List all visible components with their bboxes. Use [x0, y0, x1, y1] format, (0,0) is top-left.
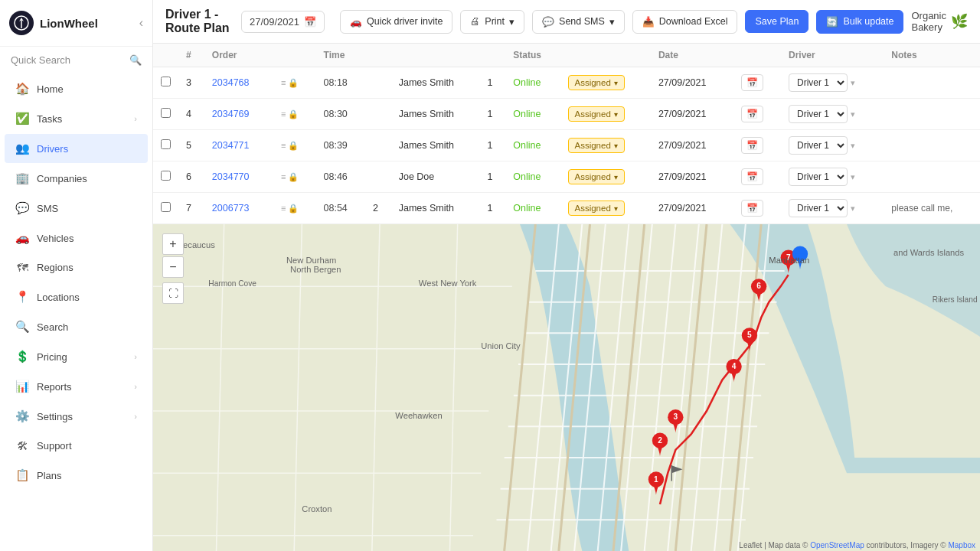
- date-picker-button[interactable]: 27/09/2021 📅: [241, 11, 325, 33]
- svg-text:2: 2: [658, 436, 662, 445]
- regions-nav-label: Regions: [37, 262, 137, 273]
- search-nav-icon: 🔍: [15, 320, 29, 334]
- row-customer: James Smith: [391, 193, 480, 224]
- osm-link[interactable]: OpenStreetMap: [810, 541, 864, 549]
- col-date-icon: [730, 44, 782, 67]
- print-button[interactable]: 🖨 Print ▾: [460, 10, 524, 34]
- save-plan-button[interactable]: Save Plan: [745, 10, 808, 33]
- row-checkbox-cell: [153, 67, 178, 99]
- sidebar-item-support[interactable]: 🛠 Support: [5, 432, 148, 460]
- order-link[interactable]: 2034770: [212, 171, 250, 182]
- assigned-badge[interactable]: Assigned ▾: [568, 138, 625, 153]
- svg-text:3: 3: [674, 412, 678, 421]
- row-checkbox[interactable]: [161, 108, 171, 118]
- sidebar-item-regions[interactable]: 🗺 Regions: [5, 253, 148, 282]
- support-nav-icon: 🛠: [15, 439, 29, 452]
- pricing-nav-icon: 💲: [15, 350, 29, 364]
- row-status: Online: [505, 67, 560, 99]
- sidebar-item-pricing[interactable]: 💲 Pricing ›: [5, 342, 148, 371]
- driver-icon: 🚗: [350, 16, 362, 28]
- svg-text:Manhattan: Manhattan: [769, 256, 809, 265]
- row-customer: James Smith: [391, 130, 480, 161]
- save-plan-label: Save Plan: [755, 16, 799, 27]
- attribution-text: Leaflet | Map data © OpenStreetMap contr…: [739, 541, 975, 549]
- assigned-badge[interactable]: Assigned ▾: [568, 106, 625, 122]
- zoom-out-button[interactable]: −: [162, 256, 184, 278]
- sidebar-item-reports[interactable]: 📊 Reports ›: [5, 372, 148, 401]
- date-icon-button[interactable]: 📅: [741, 168, 763, 185]
- assigned-badge[interactable]: Assigned ▾: [568, 75, 625, 90]
- sidebar-item-companies[interactable]: 🏢 Companies: [5, 164, 148, 193]
- sidebar-item-locations[interactable]: 📍 Locations: [5, 282, 148, 311]
- assigned-badge[interactable]: Assigned ▾: [568, 169, 625, 184]
- col-date: Date: [651, 44, 730, 67]
- download-excel-label: Download Excel: [659, 16, 728, 27]
- date-icon-button[interactable]: 📅: [741, 200, 763, 217]
- row-checkbox[interactable]: [161, 171, 171, 181]
- driver-select[interactable]: Driver 1 Driver 2 Driver 3: [789, 136, 848, 155]
- content-area: # Order Time Status Date Driver Notes: [153, 44, 980, 551]
- zoom-in-button[interactable]: +: [162, 233, 184, 255]
- badge-chevron-icon: ▾: [614, 204, 618, 213]
- date-icon-button[interactable]: 📅: [741, 137, 763, 154]
- col-customer: [391, 44, 480, 67]
- sidebar-item-tasks[interactable]: ✅ Tasks ›: [5, 104, 148, 133]
- driver-select[interactable]: Driver 1 Driver 2 Driver 3: [789, 168, 848, 186]
- sms-chevron-icon: ▾: [609, 16, 615, 28]
- order-link[interactable]: 2034769: [212, 109, 250, 119]
- date-icon-button[interactable]: 📅: [741, 106, 763, 122]
- download-excel-button[interactable]: 📥 Download Excel: [632, 10, 738, 34]
- driver-select[interactable]: Driver 1 Driver 2 Driver 3: [789, 199, 848, 217]
- col-checkbox: [153, 44, 178, 67]
- row-checkbox[interactable]: [161, 77, 171, 86]
- order-list-icon: ≡: [281, 78, 286, 87]
- driver-select[interactable]: Driver 1 Driver 2 Driver 3: [789, 105, 848, 123]
- row-customer-packages: 1: [480, 99, 506, 130]
- row-date-icon-cell: 📅: [730, 161, 782, 193]
- app-name: LionWheel: [40, 17, 98, 30]
- sidebar-item-vehicles[interactable]: 🚗 Vehicles: [5, 223, 148, 253]
- row-checkbox[interactable]: [161, 202, 171, 212]
- sidebar-item-search[interactable]: 🔍 Search: [5, 312, 148, 341]
- svg-text:Croxton: Croxton: [302, 504, 332, 514]
- order-link[interactable]: 2034768: [212, 77, 250, 88]
- row-packages: 2: [365, 193, 391, 224]
- row-order-icons: ≡ 🔒: [270, 130, 316, 161]
- row-checkbox-cell: [153, 193, 178, 224]
- driver-select[interactable]: Driver 1 Driver 2 Driver 3: [789, 73, 848, 92]
- send-sms-label: Send SMS: [559, 16, 605, 27]
- print-label: Print: [485, 16, 505, 27]
- sidebar-item-sms[interactable]: 💬 SMS: [5, 194, 148, 223]
- bulk-update-button[interactable]: 🔄 Bulk update: [816, 10, 903, 34]
- mapbox-link[interactable]: Mapbox: [948, 541, 975, 549]
- locations-nav-label: Locations: [37, 292, 137, 303]
- pricing-nav-label: Pricing: [37, 351, 126, 363]
- sidebar-item-plans[interactable]: 📋 Plans: [5, 461, 148, 490]
- row-note: [884, 161, 980, 193]
- plans-nav-icon: 📋: [15, 468, 29, 482]
- order-link[interactable]: 2034771: [212, 140, 250, 151]
- row-checkbox[interactable]: [161, 139, 171, 149]
- expand-map-button[interactable]: ⛶: [162, 282, 184, 304]
- row-checkbox-cell: [153, 130, 178, 161]
- order-link[interactable]: 2006773: [212, 203, 250, 214]
- send-sms-button[interactable]: 💬 Send SMS ▾: [532, 10, 625, 34]
- col-packages: [365, 44, 391, 67]
- sidebar-item-drivers[interactable]: 👥 Drivers: [5, 134, 148, 163]
- home-nav-label: Home: [37, 83, 137, 95]
- row-number: 4: [178, 99, 204, 130]
- row-time: 08:54: [316, 193, 365, 224]
- row-customer-packages: 1: [480, 67, 506, 99]
- assigned-badge[interactable]: Assigned ▾: [568, 201, 625, 216]
- row-customer-packages: 1: [480, 193, 506, 224]
- svg-text:5: 5: [747, 331, 752, 339]
- logo-icon: [9, 11, 34, 35]
- sidebar-item-home[interactable]: 🏠 Home: [5, 74, 148, 103]
- sidebar-item-settings[interactable]: ⚙️ Settings ›: [5, 402, 148, 431]
- sidebar-collapse-button[interactable]: ‹: [139, 16, 143, 30]
- driver-chevron-icon: ▾: [851, 78, 855, 88]
- quick-invite-button[interactable]: 🚗 Quick driver invite: [340, 10, 452, 34]
- search-icon[interactable]: 🔍: [129, 54, 142, 66]
- date-icon-button[interactable]: 📅: [741, 74, 763, 91]
- row-driver-cell: Driver 1 Driver 2 Driver 3 ▾: [781, 99, 884, 130]
